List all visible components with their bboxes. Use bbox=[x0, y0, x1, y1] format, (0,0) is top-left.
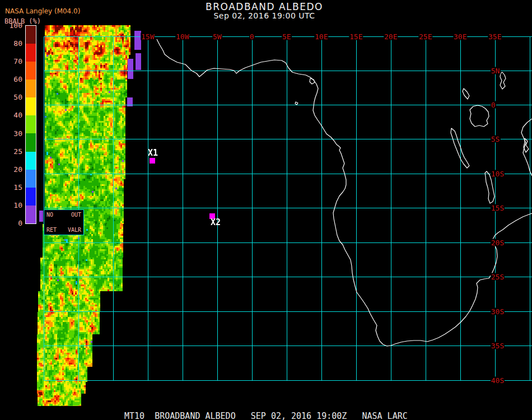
flag-ret: RET bbox=[46, 227, 57, 233]
lake-or-island-outline bbox=[310, 78, 315, 84]
lake-or-island-outline bbox=[524, 138, 529, 152]
lon-label-10E: 10E bbox=[314, 33, 328, 40]
lat-label-40S: 40S bbox=[491, 377, 505, 384]
flag-valr: VALR bbox=[68, 227, 81, 233]
lake-or-island-outline bbox=[470, 105, 489, 127]
lon-label-35E: 35E bbox=[488, 33, 502, 40]
albedo-map-viewport: BROADBAND ALBEDO Sep 02, 2016 19:00 UTC … bbox=[0, 0, 532, 420]
lon-label-5E: 5E bbox=[282, 33, 292, 40]
lat-label-30S: 30S bbox=[491, 308, 505, 315]
lat-label-0: 0 bbox=[491, 101, 496, 109]
lat-label-10S: 10S bbox=[491, 170, 505, 178]
flag-out: OUT bbox=[71, 212, 81, 218]
lon-label-0: 0 bbox=[249, 33, 255, 40]
coastline bbox=[157, 39, 532, 346]
lon-label-20E: 20E bbox=[384, 33, 398, 40]
lat-label-5S: 5S bbox=[491, 136, 501, 143]
marker-square-X1 bbox=[150, 158, 155, 164]
marker-label-X2: X2 bbox=[211, 218, 221, 226]
lon-label-25E: 25E bbox=[418, 33, 432, 40]
lat-label-20S: 20S bbox=[491, 239, 505, 246]
lat-label-15S: 15S bbox=[491, 204, 505, 212]
lat-label-25S: 25S bbox=[491, 273, 505, 281]
lat-label-5N: 5N bbox=[491, 67, 501, 74]
lon-label-15E: 15E bbox=[349, 33, 363, 40]
lon-label-10W: 10W bbox=[175, 33, 189, 40]
marker-label-X1: X1 bbox=[148, 149, 158, 157]
lake-or-island-outline bbox=[295, 102, 298, 105]
lake-or-island-outline bbox=[500, 72, 506, 89]
lake-or-island-outline bbox=[463, 88, 469, 99]
lat-label-35S: 35S bbox=[491, 342, 505, 349]
coastline bbox=[521, 119, 532, 176]
lon-label-30E: 30E bbox=[453, 33, 467, 40]
flag-legend-box: NO OUT RET VALR bbox=[44, 209, 84, 235]
lon-label-15W: 15W bbox=[141, 33, 155, 40]
flag-no: NO bbox=[46, 212, 53, 218]
lon-label-5W: 5W bbox=[212, 33, 222, 40]
lake-or-island-outline bbox=[451, 128, 469, 168]
